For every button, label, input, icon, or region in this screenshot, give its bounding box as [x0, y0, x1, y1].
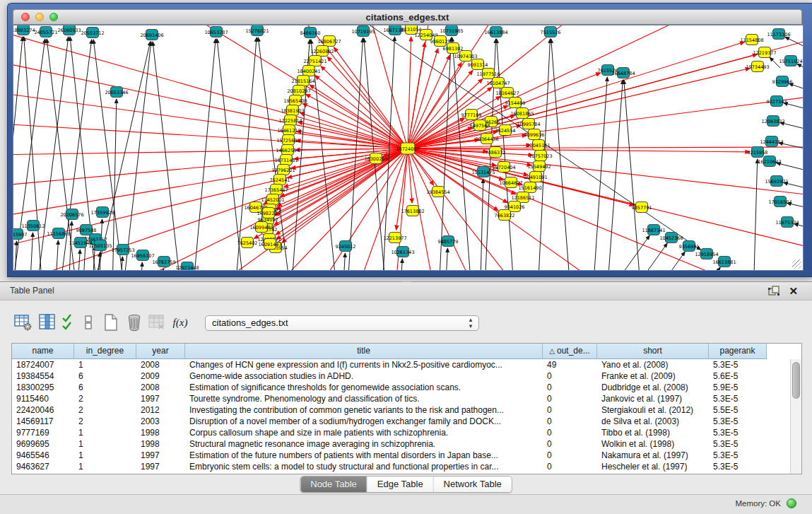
table-cell[interactable]: 22420046 [12, 404, 74, 416]
table-cell[interactable]: 2003 [136, 416, 185, 427]
clear-selection-icon[interactable] [80, 313, 98, 332]
table-cell[interactable]: 0 [543, 404, 597, 416]
table-cell[interactable]: Changes of HCN gene expression and I(f) … [185, 359, 543, 370]
table-cell[interactable]: 5.3E-5 [709, 450, 767, 461]
tab-network-table[interactable]: Network Table [434, 477, 512, 492]
table-cell[interactable]: 5.3E-5 [709, 461, 767, 472]
table-cell[interactable]: 1998 [136, 438, 185, 450]
table-cell[interactable]: 2 [74, 404, 136, 416]
table-cell[interactable]: Embryonic stem cells: a model to study s… [185, 461, 543, 472]
table-cell[interactable]: Tibbo et al. (1998) [597, 427, 709, 438]
table-cell[interactable]: 9777169 [12, 427, 74, 438]
new-document-icon[interactable] [102, 313, 120, 332]
table-cell[interactable]: 0 [543, 416, 597, 427]
resize-grip-icon[interactable] [792, 259, 801, 269]
table-cell[interactable]: Dudbridge et al. (2008) [597, 382, 709, 393]
table-scrollbar-thumb[interactable] [792, 362, 800, 399]
table-cell[interactable]: 5.9E-5 [709, 382, 767, 393]
table-cell[interactable]: Genome-wide association studies in ADHD. [185, 370, 543, 382]
table-cell[interactable]: 18300295 [12, 382, 74, 393]
table-cell[interactable]: 0 [543, 427, 597, 438]
tab-node-table[interactable]: Node Table [300, 477, 367, 492]
table-cell[interactable]: 0 [543, 461, 597, 472]
table-cell[interactable]: 2 [74, 416, 136, 427]
table-cell[interactable]: 1997 [136, 461, 185, 472]
table-cell[interactable]: 2008 [136, 359, 185, 370]
close-panel-icon[interactable]: ✕ [789, 283, 798, 300]
table-cell[interactable]: Yano et al. (2008) [597, 359, 709, 370]
table-cell[interactable]: 5.3E-5 [709, 359, 767, 370]
table-cell[interactable]: 9699695 [12, 438, 74, 450]
network-select-dropdown[interactable]: citations_edges.txt ▲▼ [205, 315, 479, 331]
table-scrollbar[interactable] [790, 359, 801, 474]
table-cell[interactable]: 2 [74, 393, 136, 404]
table-cell[interactable]: 5.5E-5 [709, 404, 767, 416]
table-cell[interactable]: 0 [543, 370, 597, 382]
table-cell[interactable]: 5.3E-5 [709, 416, 767, 427]
table-cell[interactable]: 2008 [136, 382, 185, 393]
table-cell[interactable]: 9465546 [12, 450, 74, 461]
table-cell[interactable]: 1 [74, 438, 136, 450]
table-cell[interactable]: 6 [74, 370, 136, 382]
table-cell[interactable]: 5.3E-5 [709, 393, 767, 404]
select-all-icon[interactable] [61, 313, 79, 332]
table-cell[interactable]: Nakamura et al. (1997) [597, 450, 709, 461]
table-cell[interactable]: Tourette syndrome. Phenomenology and cla… [185, 393, 543, 404]
float-panel-icon[interactable] [768, 286, 779, 296]
column-header-year[interactable]: year [136, 344, 185, 359]
table-cell[interactable]: Estimation of significance thresholds fo… [185, 382, 543, 393]
table-cell[interactable]: 0 [543, 393, 597, 404]
table-cell[interactable]: 1 [74, 461, 136, 472]
tab-edge-table[interactable]: Edge Table [367, 477, 434, 492]
table-cell[interactable]: 5.6E-5 [709, 370, 767, 382]
memory-status-icon[interactable] [787, 498, 796, 508]
network-canvas[interactable]: 1890327424055721261605332055371220691406… [13, 25, 804, 271]
table-cell[interactable]: 9115460 [12, 393, 74, 404]
table-cell[interactable]: Wolkin et al. (1998) [597, 438, 709, 450]
delete-table-icon[interactable] [125, 313, 143, 332]
table-cell[interactable]: 1997 [136, 393, 185, 404]
table-cell[interactable]: Jankovic et al. (1997) [597, 393, 709, 404]
table-cell[interactable]: 0 [543, 438, 597, 450]
modify-table-icon[interactable] [14, 313, 33, 332]
table-cell[interactable]: 18724007 [12, 359, 74, 370]
table-cell[interactable]: Franke et al. (2009) [597, 370, 709, 382]
show-column-icon[interactable] [38, 313, 57, 332]
column-header-pagerank[interactable]: pagerank [709, 344, 767, 359]
column-header-name[interactable]: name [12, 344, 74, 359]
table-cell[interactable]: 5.3E-5 [709, 427, 767, 438]
table-cell[interactable]: 1 [74, 359, 136, 370]
table-cell[interactable]: 49 [543, 359, 597, 370]
table-cell[interactable]: 14569117 [12, 416, 74, 427]
function-builder-icon[interactable]: f(x) [171, 313, 189, 332]
table-cell[interactable]: Structural magnetic resonance image aver… [185, 438, 543, 450]
table-cell[interactable]: Investigating the contribution of common… [185, 404, 543, 416]
table-cell[interactable]: 2009 [136, 370, 185, 382]
column-header-title[interactable]: title [185, 344, 543, 359]
table-cell[interactable]: 19384554 [12, 370, 74, 382]
graph-node-label: 20206576 [60, 212, 83, 218]
table-cell[interactable]: 5.3E-5 [709, 438, 767, 450]
table-cell[interactable]: Corpus callosum shape and size in male p… [185, 427, 543, 438]
table-cell[interactable]: Stergiakouli et al. (2012) [597, 404, 709, 416]
table-cell[interactable]: 0 [543, 382, 597, 393]
column-header-out_de[interactable]: △out_de... [543, 344, 597, 359]
table-cell[interactable]: Estimation of the future numbers of pati… [185, 450, 543, 461]
table-cell[interactable]: 1 [74, 427, 136, 438]
table-cell[interactable]: 6 [74, 382, 136, 393]
citation-network-graph[interactable]: 1890327424055721261605332055371220691406… [13, 25, 803, 270]
table-cell[interactable]: 2012 [136, 404, 185, 416]
window-titlebar[interactable]: citations_edges.txt [13, 9, 802, 25]
column-header-in_degree[interactable]: in_degree [74, 344, 136, 359]
table-cell[interactable]: Disruption of a novel member of a sodium… [185, 416, 543, 427]
table-cell[interactable]: 0 [543, 450, 597, 461]
graph-node-label: 12093832 [761, 119, 784, 124]
column-header-short[interactable]: short [597, 344, 709, 359]
table-cell[interactable]: Hescheler et al. (1997) [597, 461, 709, 472]
table-cell[interactable]: 1997 [136, 450, 185, 461]
graph-node-label: 12923448 [175, 265, 199, 271]
table-cell[interactable]: de Silva et al. (2003) [597, 416, 709, 427]
table-cell[interactable]: 9463627 [12, 461, 74, 472]
table-cell[interactable]: 1 [74, 450, 136, 461]
table-cell[interactable]: 1998 [136, 427, 185, 438]
